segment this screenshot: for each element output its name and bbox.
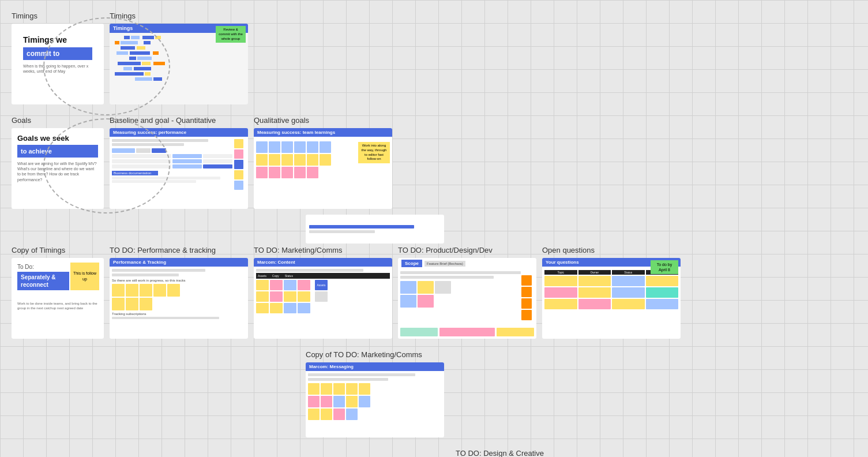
goals-card-title: Goals we seek [17, 134, 98, 143]
timings-sticky-green: Review & commit with the whole group [216, 26, 246, 43]
todo-design-label: TO DO: Design & Creative [456, 449, 594, 457]
copy-todo-card[interactable]: Marcom: Messaging [306, 362, 444, 437]
goals-card-1[interactable]: Goals we seek to achieve What are we aim… [12, 128, 104, 209]
perf-tracking-sub: So there are still work in progress, so … [112, 279, 246, 282]
copy-timings-card[interactable]: This is follow up To Do: Separately & re… [12, 258, 104, 339]
todo-product-card[interactable]: Scope Feature Brief (Bechara) [398, 258, 536, 339]
product-card-scope: Scope [401, 260, 422, 267]
goals-left-section: Goals Goals we seek to achieve What are … [12, 116, 104, 209]
row-goals: Goals Goals we seek to achieve What are … [12, 116, 856, 209]
goals-card-subtext: What are we aiming for with the Spotify … [17, 161, 98, 182]
perf-card-header: Performance & Tracking [110, 258, 248, 267]
row-todo: Copy of Timings This is follow up To Do:… [12, 246, 856, 339]
qualitative-label: Qualitative goals [254, 116, 392, 125]
todo-product-section: TO DO: Product/Design/Dev Scope Feature … [398, 246, 536, 339]
timings-label-1: Timings [12, 12, 104, 20]
copy-timings-label: Copy of Timings [12, 246, 104, 254]
product-card-tag: Feature Brief (Bechara) [424, 261, 465, 267]
timings-card1-subtext: When is this going to happen, over x wee… [23, 63, 92, 74]
todo-product-label: TO DO: Product/Design/Dev [398, 246, 536, 254]
extra-card-row [306, 215, 856, 244]
reconnect-text: Separately & reconnect [17, 272, 69, 290]
todo-marketing-label: TO DO: Marketing/Comms [254, 246, 392, 254]
copy-todo-section: Copy of TO DO: Marketing/Comms Marcom: M… [306, 350, 444, 437]
tracking-sub-label: Tracking subscriptions [112, 312, 246, 316]
followup-sticky: This is follow up [70, 263, 99, 290]
qualitative-card-header: Measuring success: team learnings [254, 128, 392, 137]
row-timings: Timings Timings we commit to When is thi… [12, 12, 856, 104]
questions-sticky: To do by April 8 [651, 260, 678, 274]
timings-card-1[interactable]: Timings we commit to When is this going … [12, 24, 104, 104]
open-questions-section: Open questions Your questions To do by A… [542, 246, 681, 339]
timings-card-2[interactable]: Timings Review & commit with the whole g… [110, 24, 248, 104]
open-questions-card[interactable]: Your questions To do by April 8 Topic Ow… [542, 258, 681, 339]
todo-perf-section: TO DO: Performance & tracking Performanc… [110, 246, 248, 339]
qualitative-sticky: Work into along the way, through to edit… [358, 142, 390, 163]
row-design: TO DO: Design & Creative Spotify guideli… [456, 449, 856, 457]
open-questions-label: Open questions [542, 246, 681, 254]
baseline-card-header: Measuring success: performance [110, 128, 248, 137]
copy-timings-subtext: Work to be done inside teams, and bring … [17, 302, 98, 311]
timings-card1-title: Timings we [23, 35, 92, 45]
qualitative-card[interactable]: Measuring success: team learnings Work i… [254, 128, 392, 209]
baseline-card[interactable]: Measuring success: performance [110, 128, 248, 209]
baseline-card-body: Business documentation [110, 137, 248, 192]
todo-marketing-card[interactable]: Marcom: Content Assets Copy Status [254, 258, 392, 339]
copy-timings-section: Copy of Timings This is follow up To Do:… [12, 246, 104, 339]
qualitative-section: Qualitative goals Measuring success: tea… [254, 116, 392, 209]
row-copy-todo: Copy of TO DO: Marketing/Comms Marcom: M… [306, 350, 856, 437]
timings-label-2: Timings [110, 12, 248, 20]
marketing-card-header: Marcom: Content [254, 258, 392, 267]
todo-design-section: TO DO: Design & Creative Spotify guideli… [456, 449, 594, 457]
baseline-label: Baseline and goal - Quantitative [110, 116, 248, 125]
goals-label: Goals [12, 116, 104, 125]
extra-card[interactable] [306, 215, 444, 244]
copy-todo-label: Copy of TO DO: Marketing/Comms [306, 350, 444, 359]
timings-right-section: Timings Timings Review & commit with the… [110, 12, 248, 104]
baseline-section: Baseline and goal - Quantitative Measuri… [110, 116, 248, 209]
copy-todo-header: Marcom: Messaging [306, 362, 444, 371]
todo-perf-label: TO DO: Performance & tracking [110, 246, 248, 254]
goals-card-blue: to achieve [17, 145, 98, 158]
todo-perf-card[interactable]: Performance & Tracking So there are stil… [110, 258, 248, 339]
timings-card1-blue: commit to [23, 47, 92, 60]
todo-marketing-section: TO DO: Marketing/Comms Marcom: Content A… [254, 246, 392, 339]
timings-left-section: Timings Timings we commit to When is thi… [12, 12, 104, 104]
questions-grid: Topic Owner Status Notes [542, 268, 681, 312]
